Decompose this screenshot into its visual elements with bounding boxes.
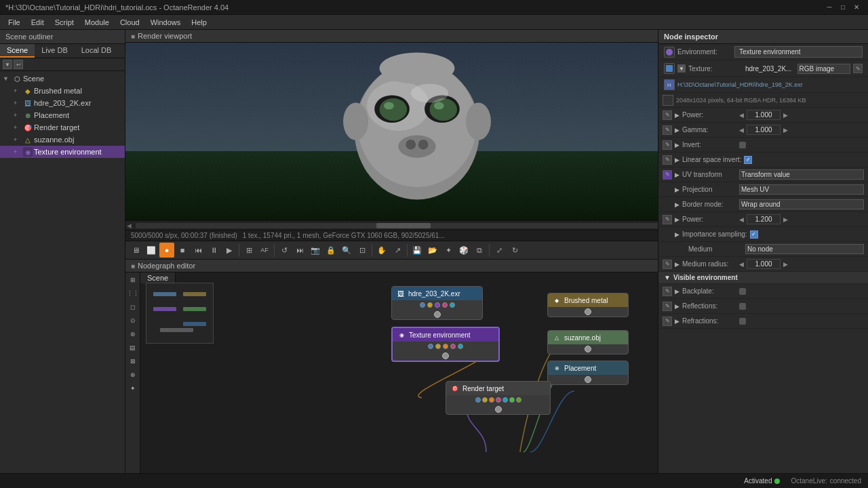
invert-edit-btn[interactable]: ✎ <box>663 140 672 150</box>
render-btn-rewind[interactable]: ⏮ <box>191 243 205 258</box>
node-hdri[interactable]: 🖼 hdre_203_2K.exr <box>391 286 483 320</box>
port-render-4[interactable] <box>496 397 501 403</box>
tree-item-suzanne[interactable]: + △ suzanne.obj <box>0 134 125 146</box>
backplate-toggle[interactable] <box>739 288 746 295</box>
close-button[interactable]: ✕ <box>850 1 863 14</box>
medium-radius-expand[interactable]: ▶ <box>675 261 679 268</box>
render-btn-zoom[interactable]: 🔍 <box>339 243 354 258</box>
refractions-expand[interactable]: ▶ <box>675 318 679 325</box>
render-btn-display[interactable]: 🖥 <box>128 243 143 258</box>
tab-scene[interactable]: Scene <box>0 44 35 58</box>
power2-left-btn[interactable]: ◀ <box>739 216 744 223</box>
medium-radius-edit-btn[interactable]: ✎ <box>663 260 672 269</box>
node-suzanne[interactable]: △ suzanne.obj <box>547 330 629 354</box>
render-btn-region[interactable]: ⊞ <box>241 243 256 258</box>
outliner-toolbar-btn2[interactable]: ↩ <box>14 60 23 69</box>
node-texture-environment[interactable]: ◉ Texture environment <box>391 327 500 362</box>
invert-expand[interactable]: ▶ <box>675 142 679 148</box>
uv-edit-btn[interactable]: ✎ <box>663 170 672 180</box>
port-texenv-2[interactable] <box>435 344 441 349</box>
menu-edit[interactable]: Edit <box>26 17 50 28</box>
port-hdri-5[interactable] <box>450 302 455 308</box>
render-btn-render3d[interactable]: 🎲 <box>456 243 471 258</box>
tree-item-brushed-metal[interactable]: + ◆ Brushed metal <box>0 85 125 97</box>
tab-local-db[interactable]: Local DB <box>75 44 119 58</box>
medium-radius-left-btn[interactable]: ◀ <box>739 261 744 268</box>
ng-tab-scene[interactable]: Scene <box>140 272 176 283</box>
gamma-right-btn[interactable]: ▶ <box>783 127 788 134</box>
port-texenv-3[interactable] <box>443 344 448 349</box>
render-btn-reset[interactable]: ↺ <box>277 243 292 258</box>
menu-module[interactable]: Module <box>79 17 115 28</box>
node-placement[interactable]: ⊕ Placement <box>547 361 629 385</box>
importance-checkbox[interactable]: ✓ <box>750 230 758 239</box>
menu-help[interactable]: Help <box>186 17 212 28</box>
power-expand[interactable]: ▶ <box>675 112 679 119</box>
render-btn-play[interactable]: ▶ <box>222 243 237 258</box>
gamma-expand[interactable]: ▶ <box>675 127 679 134</box>
render-btn-view[interactable]: ⬜ <box>144 243 159 258</box>
reflections-edit-btn[interactable]: ✎ <box>663 302 672 311</box>
power-edit-btn[interactable]: ✎ <box>663 110 672 120</box>
texture-expand-btn[interactable]: ▼ <box>677 64 686 73</box>
texture-type-select[interactable]: RGB image <box>797 64 851 74</box>
gamma-edit-btn[interactable]: ✎ <box>663 125 672 135</box>
maximize-button[interactable]: □ <box>837 1 849 14</box>
node-render-target[interactable]: 🎯 Render target <box>446 381 551 415</box>
tree-item-render-target[interactable]: + 🎯 Render target <box>0 121 125 134</box>
port-texenv-5[interactable] <box>458 344 463 349</box>
render-btn-post[interactable]: ✦ <box>441 243 456 258</box>
backplate-edit-btn[interactable]: ✎ <box>663 287 672 296</box>
file-icon[interactable]: H <box>664 79 675 90</box>
port-render-5[interactable] <box>502 397 508 403</box>
border-mode-select[interactable]: Wrap around <box>739 199 864 209</box>
refractions-toggle[interactable] <box>739 318 746 325</box>
tree-item-hdre[interactable]: + 🖼 hdre_203_2K.exr <box>0 97 125 109</box>
outliner-toolbar-btn1[interactable]: ▼ <box>3 60 12 69</box>
port-hdri-4[interactable] <box>442 302 448 308</box>
render-btn-cam[interactable]: 📷 <box>308 243 323 258</box>
reflections-expand[interactable]: ▶ <box>675 303 679 310</box>
linear-space-expand[interactable]: ▶ <box>675 157 679 163</box>
port-texenv-1[interactable] <box>428 344 433 349</box>
tree-item-texture-env[interactable]: + ◉ Texture environment <box>0 146 125 158</box>
port-hdri-out[interactable] <box>434 311 441 318</box>
render-btn-save[interactable]: 💾 <box>410 243 425 258</box>
proj-expand[interactable]: ▶ <box>675 186 679 193</box>
uv-transform-select[interactable]: Transform value <box>739 169 864 180</box>
menu-cloud[interactable]: Cloud <box>115 17 145 28</box>
backplate-expand[interactable]: ▶ <box>675 288 679 295</box>
env-icon-btn[interactable] <box>664 47 675 58</box>
node-brushed-metal[interactable]: ◆ Brushed metal <box>547 293 629 317</box>
ng-btn-8[interactable]: ⊕ <box>127 369 139 381</box>
port-suzanne-out[interactable] <box>585 346 591 352</box>
medium-radius-right-btn[interactable]: ▶ <box>783 261 788 268</box>
texture-edit-btn[interactable]: ✎ <box>853 64 863 73</box>
render-btn-stop[interactable]: ■ <box>175 243 190 258</box>
port-placement-out[interactable] <box>585 376 591 383</box>
port-hdri-2[interactable] <box>427 302 433 308</box>
minimize-button[interactable]: ─ <box>823 1 835 14</box>
render-btn-start[interactable]: ● <box>159 243 174 258</box>
menu-file[interactable]: File <box>3 17 26 28</box>
ng-btn-5[interactable]: ⊛ <box>127 328 139 340</box>
uv-expand[interactable]: ▶ <box>675 171 679 178</box>
render-btn-rotate[interactable]: ↻ <box>507 243 522 258</box>
menu-script[interactable]: Script <box>50 17 79 28</box>
ng-btn-2[interactable]: ⋮⋮ <box>127 287 139 300</box>
visible-env-arrow[interactable]: ▼ <box>664 274 671 281</box>
port-brushed-out[interactable] <box>585 308 591 315</box>
importance-expand[interactable]: ▶ <box>675 231 679 238</box>
port-render-7[interactable] <box>516 397 521 403</box>
ng-btn-6[interactable]: ▤ <box>127 342 139 354</box>
render-scrollbar-h[interactable]: ◀ ▶ <box>125 220 658 230</box>
port-hdri-3[interactable] <box>435 302 440 308</box>
invert-toggle[interactable] <box>739 142 746 148</box>
port-render-2[interactable] <box>482 397 488 403</box>
power2-right-btn[interactable]: ▶ <box>783 216 788 223</box>
render-btn-fit[interactable]: ⊡ <box>355 243 370 258</box>
port-hdri-1[interactable] <box>420 302 425 308</box>
power-left-btn[interactable]: ◀ <box>739 112 744 119</box>
ng-btn-4[interactable]: ⊙ <box>127 314 139 327</box>
tree-item-scene[interactable]: ▼ ⬡ Scene <box>0 73 125 85</box>
